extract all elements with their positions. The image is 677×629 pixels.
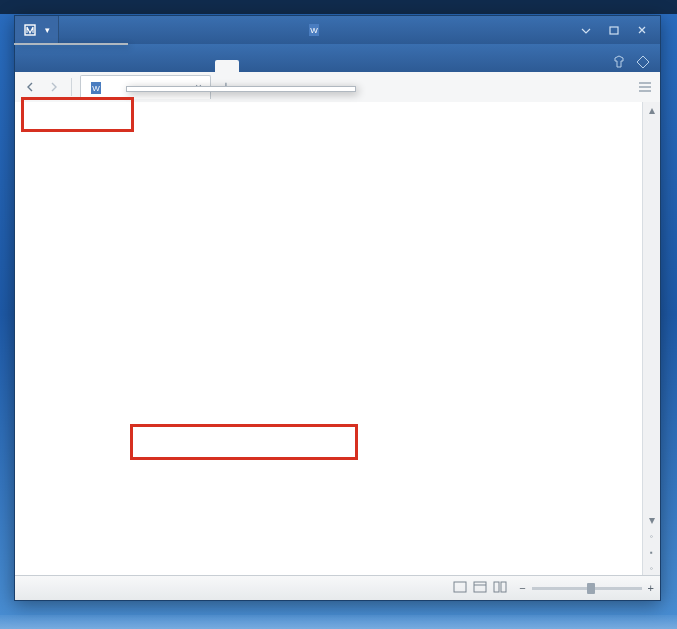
separator (71, 78, 72, 96)
svg-text:W: W (310, 26, 318, 35)
ribbon-tabs (15, 44, 660, 72)
chevron-down-icon: ▾ (45, 25, 50, 35)
close-button[interactable] (628, 20, 656, 40)
vertical-scrollbar[interactable]: ▴ ▾ ◦ ▪ ◦ (642, 102, 660, 576)
word-doc-icon: W (307, 23, 321, 37)
titlebar: ▾ W (15, 16, 660, 44)
app-window: ▾ W W × + (14, 15, 661, 601)
prev-page-icon[interactable]: ◦ (643, 528, 660, 544)
desktop-taskbar-top (0, 0, 677, 14)
scroll-down-icon[interactable]: ▾ (643, 512, 660, 528)
svg-rect-6 (454, 582, 466, 592)
tab-page-layout[interactable] (143, 60, 167, 72)
svg-rect-10 (501, 582, 506, 592)
desktop-taskbar-bottom (0, 615, 677, 629)
tab-references[interactable] (167, 60, 191, 72)
statusbar: − + (15, 575, 660, 600)
tab-office-space[interactable] (263, 60, 287, 72)
list-icon[interactable] (634, 76, 656, 98)
forward-button[interactable] (43, 76, 65, 98)
zoom-in-button[interactable]: + (648, 582, 654, 594)
zoom-slider[interactable] (532, 587, 642, 590)
view-mode-icon[interactable] (493, 581, 507, 595)
back-button[interactable] (19, 76, 41, 98)
scroll-up-icon[interactable]: ▴ (643, 102, 660, 118)
skin-icon[interactable] (612, 55, 626, 72)
zoom-controls: − + (453, 581, 654, 595)
document-title: W (59, 23, 572, 37)
app-menu-button[interactable]: ▾ (15, 16, 59, 44)
view-mode-icon[interactable] (453, 581, 467, 595)
browse-object-icon[interactable]: ▪ (643, 544, 660, 560)
tab-review[interactable] (191, 60, 215, 72)
tab-section[interactable] (239, 60, 263, 72)
window-controls (572, 20, 656, 40)
maximize-button[interactable] (600, 20, 628, 40)
help-icon[interactable] (636, 55, 650, 72)
svg-rect-3 (610, 27, 618, 34)
word-doc-icon: W (89, 81, 103, 95)
next-page-icon[interactable]: ◦ (643, 560, 660, 576)
minimize-button[interactable] (572, 20, 600, 40)
zoom-knob[interactable] (587, 583, 595, 594)
view-submenu (126, 86, 356, 92)
svg-rect-9 (494, 582, 499, 592)
view-mode-icon[interactable] (473, 581, 487, 595)
zoom-out-button[interactable]: − (519, 582, 525, 594)
svg-text:W: W (92, 84, 100, 93)
main-menu-dropdown (14, 43, 128, 45)
tab-view[interactable] (215, 60, 239, 72)
svg-rect-7 (474, 582, 486, 592)
document-area[interactable]: ▴ ▾ ◦ ▪ ◦ (15, 102, 660, 576)
wps-logo-icon (23, 23, 37, 37)
